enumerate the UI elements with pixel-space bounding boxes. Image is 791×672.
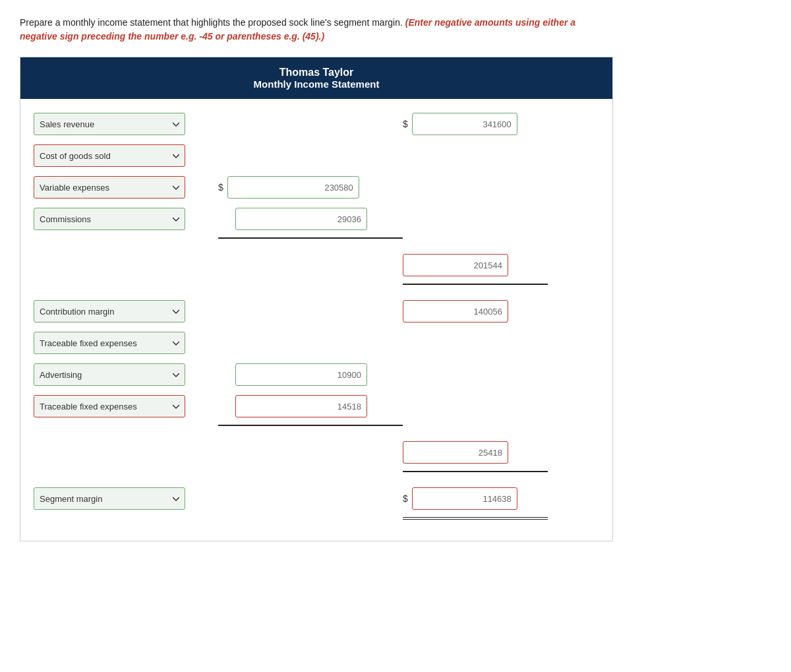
select-contribution-margin[interactable]: Contribution margin Sales revenue Cost o…: [34, 300, 185, 322]
label-col-tr2: Traceable fixed expenses Sales revenue C…: [34, 395, 218, 417]
underline-mid-line-2: [218, 425, 403, 426]
label-col-comm: Commissions Sales revenue Cost of goods …: [34, 208, 218, 230]
label-col-adv: Advertising Sales revenue Cost of goods …: [34, 363, 218, 386]
underline-right-line-2: [403, 471, 548, 472]
right-col-sales: $: [403, 113, 548, 135]
right-col-sub2: [403, 441, 548, 464]
intro-text-main: Prepare a monthly income statement that …: [20, 17, 405, 28]
label-col-sales: Sales revenue Cost of goods sold Variabl…: [34, 113, 218, 135]
row-sales-revenue: Sales revenue Cost of goods sold Variabl…: [34, 111, 599, 137]
underline-mid-line-1: [218, 237, 403, 239]
select-variable-expenses[interactable]: Variable expenses Sales revenue Cost of …: [34, 176, 185, 199]
row-traceable1: Traceable fixed expenses Sales revenue C…: [34, 330, 599, 356]
intro-paragraph: Prepare a monthly income statement that …: [20, 16, 613, 44]
input-segment-margin[interactable]: [412, 487, 517, 510]
double-underline-right: [34, 517, 599, 520]
double-underline-line: [403, 517, 548, 520]
income-statement: Thomas Taylor Monthly Income Statement S…: [20, 57, 613, 541]
dollar-sign-sm: $: [403, 493, 408, 504]
row-subtotal2: [34, 439, 599, 466]
mid-col-var: $: [218, 176, 403, 199]
label-col-sm: Segment margin Sales revenue Cost of goo…: [34, 487, 218, 510]
row-variable-expenses: Variable expenses Sales revenue Cost of …: [34, 174, 599, 200]
underline-mid-2: [34, 425, 599, 426]
row-cogs: Cost of goods sold Sales revenue Variabl…: [34, 142, 599, 169]
input-contribution-margin[interactable]: [403, 300, 508, 322]
mid-col-adv: [218, 363, 403, 386]
select-commissions[interactable]: Commissions Sales revenue Cost of goods …: [34, 208, 185, 230]
statement-header: Thomas Taylor Monthly Income Statement: [20, 57, 612, 99]
select-traceable2[interactable]: Traceable fixed expenses Sales revenue C…: [34, 395, 185, 417]
company-name: Thomas Taylor: [27, 67, 606, 78]
input-sales-revenue[interactable]: [412, 113, 517, 135]
statement-title: Monthly Income Statement: [27, 78, 606, 90]
input-subtotal1[interactable]: [403, 254, 508, 276]
row-segment-margin: Segment margin Sales revenue Cost of goo…: [34, 485, 599, 512]
input-variable-expenses[interactable]: [227, 176, 359, 199]
select-sales-revenue[interactable]: Sales revenue Cost of goods sold Variabl…: [34, 113, 185, 135]
underline-mid-1: [34, 237, 599, 239]
select-segment-margin[interactable]: Segment margin Sales revenue Cost of goo…: [34, 487, 185, 510]
right-col-sub1: [403, 254, 548, 276]
input-traceable2[interactable]: [235, 395, 367, 417]
row-commissions: Commissions Sales revenue Cost of goods …: [34, 206, 599, 232]
dollar-sign-var: $: [218, 182, 223, 193]
input-subtotal2[interactable]: [403, 441, 508, 464]
input-advertising[interactable]: [235, 363, 367, 386]
label-col-tr1: Traceable fixed expenses Sales revenue C…: [34, 332, 218, 354]
select-advertising[interactable]: Advertising Sales revenue Cost of goods …: [34, 363, 185, 386]
mid-col-comm: [218, 208, 403, 230]
select-traceable1[interactable]: Traceable fixed expenses Sales revenue C…: [34, 332, 185, 354]
underline-right-line-1: [403, 284, 548, 285]
label-col-var: Variable expenses Sales revenue Cost of …: [34, 176, 218, 199]
row-contribution-margin: Contribution margin Sales revenue Cost o…: [34, 298, 599, 324]
dollar-sign-sales: $: [403, 119, 408, 129]
row-advertising: Advertising Sales revenue Cost of goods …: [34, 361, 599, 388]
label-col-cm: Contribution margin Sales revenue Cost o…: [34, 300, 218, 322]
row-traceable2: Traceable fixed expenses Sales revenue C…: [34, 393, 599, 419]
row-subtotal1: [34, 252, 599, 278]
underline-right-2: [34, 471, 599, 472]
select-cogs[interactable]: Cost of goods sold Sales revenue Variabl…: [34, 144, 185, 167]
right-col-cm: [403, 300, 548, 322]
input-commissions[interactable]: [235, 208, 367, 230]
statement-body: Sales revenue Cost of goods sold Variabl…: [20, 99, 612, 541]
underline-right-1: [34, 284, 599, 285]
right-col-sm: $: [403, 487, 548, 510]
label-col-cogs: Cost of goods sold Sales revenue Variabl…: [34, 144, 218, 167]
mid-col-tr2: [218, 395, 403, 417]
